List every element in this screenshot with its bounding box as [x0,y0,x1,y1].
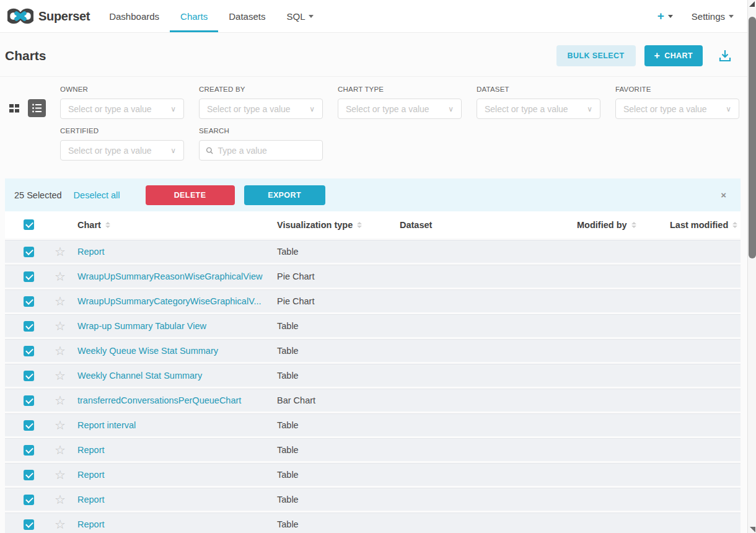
chart-name-link[interactable]: transferredConversationsPerQueueChart [65,395,265,405]
row-checkbox-cell [5,296,43,307]
row-checkbox[interactable] [24,470,34,480]
select-placeholder: Select or type a value [68,146,170,156]
filter-select[interactable]: Select or type a value ∨ [199,99,323,119]
new-item-menu[interactable]: + [657,9,673,23]
filter-select[interactable]: Select or type a value ∨ [60,99,184,119]
column-header-modified-by[interactable]: Modified by [565,220,657,230]
column-label: Modified by [577,220,627,230]
row-star-cell: ☆ [43,394,65,407]
chart-name-link[interactable]: Report [65,445,265,455]
favorite-star-icon[interactable]: ☆ [55,369,66,382]
filter-select[interactable]: Select or type a value ∨ [338,99,462,119]
certified-select[interactable]: Select or type a value ∨ [60,140,184,161]
filter-label: CERTIFIED [60,127,184,134]
download-icon [718,48,732,63]
sort-icon[interactable] [631,222,636,228]
table-row: ☆ Wrap-up Summary Tabular View Table [5,314,741,337]
scroll-up-arrow-icon[interactable] [749,1,755,7]
favorite-star-icon[interactable]: ☆ [55,344,66,358]
sort-icon[interactable] [105,222,110,228]
superset-logo[interactable]: Superset [7,8,90,24]
chart-name-link[interactable]: Report interval [65,420,265,430]
row-checkbox[interactable] [24,519,34,530]
chart-name-link[interactable]: Report [65,495,265,504]
column-header-viz-type[interactable]: Visualization type [265,220,387,230]
page-header: Charts BULK SELECT + CHART [0,33,756,77]
favorite-star-icon[interactable]: ☆ [55,319,66,333]
chevron-down-icon [729,15,734,18]
favorite-star-icon[interactable]: ☆ [55,394,66,407]
search-input[interactable] [218,146,316,156]
favorite-star-icon[interactable]: ☆ [55,418,66,432]
page-title: Charts [5,48,46,63]
nav-item-charts[interactable]: Charts [170,0,218,32]
chart-name-link[interactable]: WraupUpSummaryCategoryWiseGraphicalV... [65,296,265,306]
chevron-down-icon [309,15,314,18]
table-row: ☆ Report Table [5,438,741,461]
select-all-checkbox[interactable] [24,219,34,230]
scroll-down-arrow-icon[interactable] [750,527,755,532]
chart-name-link[interactable]: Report [65,519,265,529]
row-star-cell: ☆ [43,518,65,531]
nav-item-dashboards[interactable]: Dashboards [99,0,170,32]
close-icon[interactable]: × [716,187,731,203]
card-view-toggle[interactable] [5,99,23,117]
filter-select[interactable]: Select or type a value ∨ [477,99,600,119]
chart-name-link[interactable]: WraupUpSummaryReasonWiseGraphicalView [65,271,265,281]
bulk-select-button[interactable]: BULK SELECT [556,45,636,66]
nav-item-datasets[interactable]: Datasets [218,0,276,32]
search-icon [206,146,213,155]
column-header-last-modified[interactable]: Last modified [657,220,741,230]
chart-name-link[interactable]: Report [65,247,265,257]
favorite-star-icon[interactable]: ☆ [55,468,66,482]
row-checkbox[interactable] [24,346,34,356]
search-box [199,140,323,161]
row-checkbox[interactable] [24,296,34,307]
row-checkbox[interactable] [24,247,34,257]
favorite-star-icon[interactable]: ☆ [55,518,66,531]
favorite-star-icon[interactable]: ☆ [55,443,66,457]
row-checkbox[interactable] [24,395,34,406]
deselect-all-link[interactable]: Deselect all [74,190,120,200]
viz-type-cell: Bar Chart [265,395,387,405]
row-checkbox[interactable] [24,321,34,332]
row-star-cell: ☆ [43,469,65,482]
sort-icon[interactable] [357,222,362,228]
nav-label: SQL [286,11,305,22]
view-toggle-group [5,99,60,119]
filter-control: CHART TYPE Select or type a value ∨ [338,86,462,119]
plus-icon: + [654,50,661,61]
favorite-star-icon[interactable]: ☆ [55,493,66,506]
add-chart-button[interactable]: + CHART [644,45,703,66]
viz-type-cell: Table [265,470,387,480]
superset-infinity-icon [7,8,33,24]
favorite-star-icon[interactable]: ☆ [55,245,66,258]
favorite-star-icon[interactable]: ☆ [55,270,66,283]
column-header-chart[interactable]: Chart [65,220,265,230]
viz-type-cell: Table [265,445,387,455]
row-checkbox[interactable] [24,371,34,381]
delete-button[interactable]: DELETE [146,185,235,205]
settings-menu[interactable]: Settings [692,11,734,22]
vertical-scrollbar[interactable] [747,0,756,533]
chart-name-link[interactable]: Weekly Queue Wise Stat Summary [65,346,265,356]
scrollbar-thumb[interactable] [749,17,756,258]
row-checkbox-cell [5,445,43,456]
row-checkbox[interactable] [24,445,34,456]
sort-icon[interactable] [732,222,737,228]
list-view-toggle[interactable] [28,99,46,117]
export-button[interactable]: EXPORT [244,185,325,205]
import-charts-button[interactable] [718,48,732,63]
row-checkbox[interactable] [24,495,34,505]
chart-name-link[interactable]: Weekly Channel Stat Summary [65,371,265,381]
nav-item-sql[interactable]: SQL [276,0,324,32]
row-checkbox[interactable] [24,420,34,431]
filter-list-row1: OWNER Select or type a value ∨ CREATED B… [60,86,754,119]
chart-name-link[interactable]: Report [65,470,265,480]
row-checkbox[interactable] [24,271,34,282]
filter-select[interactable]: Select or type a value ∨ [615,99,739,119]
add-chart-label: CHART [664,51,693,60]
favorite-star-icon[interactable]: ☆ [55,294,66,308]
chart-name-link[interactable]: Wrap-up Summary Tabular View [65,321,265,331]
chevron-down-icon: ∨ [587,105,592,113]
